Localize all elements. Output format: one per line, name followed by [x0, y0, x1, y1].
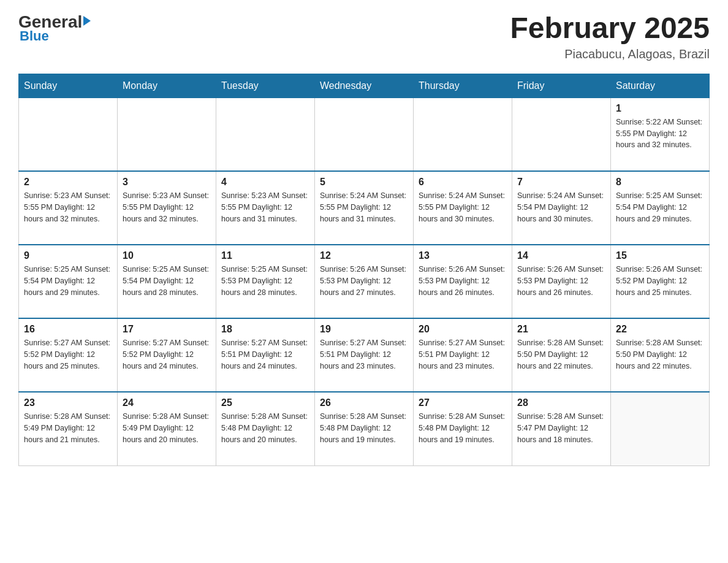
day-info: Sunrise: 5:27 AM Sunset: 5:51 PM Dayligh… [221, 337, 309, 372]
calendar-cell: 20Sunrise: 5:27 AM Sunset: 5:51 PM Dayli… [414, 318, 512, 392]
day-info: Sunrise: 5:28 AM Sunset: 5:48 PM Dayligh… [221, 411, 309, 445]
calendar-cell: 8Sunrise: 5:25 AM Sunset: 5:54 PM Daylig… [611, 171, 710, 245]
calendar-cell: 24Sunrise: 5:28 AM Sunset: 5:49 PM Dayli… [118, 392, 216, 465]
day-info: Sunrise: 5:27 AM Sunset: 5:51 PM Dayligh… [419, 337, 507, 372]
day-number: 14 [517, 250, 605, 261]
day-number: 26 [320, 397, 408, 408]
calendar-cell [118, 98, 216, 171]
calendar-cell: 2Sunrise: 5:23 AM Sunset: 5:55 PM Daylig… [19, 171, 118, 245]
calendar-cell: 13Sunrise: 5:26 AM Sunset: 5:53 PM Dayli… [414, 245, 512, 318]
day-number: 10 [123, 250, 211, 261]
calendar-cell: 17Sunrise: 5:27 AM Sunset: 5:52 PM Dayli… [118, 318, 216, 392]
day-number: 12 [320, 250, 408, 261]
calendar-cell: 22Sunrise: 5:28 AM Sunset: 5:50 PM Dayli… [611, 318, 710, 392]
day-info: Sunrise: 5:26 AM Sunset: 5:52 PM Dayligh… [616, 264, 704, 298]
day-number: 3 [123, 177, 211, 188]
col-sunday: Sunday [19, 74, 118, 98]
logo-blue: Blue [20, 28, 49, 44]
day-number: 28 [517, 397, 605, 408]
location-subtitle: Piacabucu, Alagoas, Brazil [510, 47, 710, 61]
day-info: Sunrise: 5:23 AM Sunset: 5:55 PM Dayligh… [123, 190, 211, 224]
col-monday: Monday [118, 74, 216, 98]
calendar-cell: 5Sunrise: 5:24 AM Sunset: 5:55 PM Daylig… [315, 171, 414, 245]
day-number: 24 [123, 397, 211, 408]
day-info: Sunrise: 5:23 AM Sunset: 5:55 PM Dayligh… [221, 190, 309, 224]
title-block: February 2025 Piacabucu, Alagoas, Brazil [510, 12, 710, 61]
day-number: 19 [320, 324, 408, 335]
day-number: 2 [24, 177, 112, 188]
day-number: 8 [616, 177, 704, 188]
day-info: Sunrise: 5:22 AM Sunset: 5:55 PM Dayligh… [616, 117, 704, 151]
col-saturday: Saturday [611, 74, 710, 98]
page-header: General Blue February 2025 Piacabucu, Al… [18, 12, 710, 61]
day-info: Sunrise: 5:28 AM Sunset: 5:50 PM Dayligh… [616, 337, 704, 372]
day-info: Sunrise: 5:27 AM Sunset: 5:51 PM Dayligh… [320, 337, 408, 372]
day-info: Sunrise: 5:28 AM Sunset: 5:50 PM Dayligh… [517, 337, 605, 372]
day-info: Sunrise: 5:25 AM Sunset: 5:54 PM Dayligh… [24, 264, 112, 298]
day-number: 20 [419, 324, 507, 335]
day-info: Sunrise: 5:28 AM Sunset: 5:49 PM Dayligh… [24, 411, 112, 445]
col-friday: Friday [512, 74, 611, 98]
calendar-cell: 16Sunrise: 5:27 AM Sunset: 5:52 PM Dayli… [19, 318, 118, 392]
logo-arrow-icon [83, 16, 91, 26]
calendar-cell: 14Sunrise: 5:26 AM Sunset: 5:53 PM Dayli… [512, 245, 611, 318]
day-info: Sunrise: 5:27 AM Sunset: 5:52 PM Dayligh… [123, 337, 211, 372]
calendar-cell: 27Sunrise: 5:28 AM Sunset: 5:48 PM Dayli… [414, 392, 512, 465]
day-info: Sunrise: 5:27 AM Sunset: 5:52 PM Dayligh… [24, 337, 112, 372]
day-info: Sunrise: 5:25 AM Sunset: 5:54 PM Dayligh… [616, 190, 704, 224]
day-number: 27 [419, 397, 507, 408]
calendar-cell [315, 98, 414, 171]
calendar-cell: 7Sunrise: 5:24 AM Sunset: 5:54 PM Daylig… [512, 171, 611, 245]
day-number: 7 [517, 177, 605, 188]
calendar-cell: 21Sunrise: 5:28 AM Sunset: 5:50 PM Dayli… [512, 318, 611, 392]
day-number: 5 [320, 177, 408, 188]
day-number: 18 [221, 324, 309, 335]
calendar-cell: 23Sunrise: 5:28 AM Sunset: 5:49 PM Dayli… [19, 392, 118, 465]
day-number: 25 [221, 397, 309, 408]
week-row-1: 1Sunrise: 5:22 AM Sunset: 5:55 PM Daylig… [19, 98, 710, 171]
day-number: 4 [221, 177, 309, 188]
day-info: Sunrise: 5:26 AM Sunset: 5:53 PM Dayligh… [517, 264, 605, 298]
day-info: Sunrise: 5:28 AM Sunset: 5:48 PM Dayligh… [419, 411, 507, 445]
calendar-cell: 26Sunrise: 5:28 AM Sunset: 5:48 PM Dayli… [315, 392, 414, 465]
day-info: Sunrise: 5:26 AM Sunset: 5:53 PM Dayligh… [419, 264, 507, 298]
calendar-cell: 11Sunrise: 5:25 AM Sunset: 5:53 PM Dayli… [216, 245, 315, 318]
day-info: Sunrise: 5:24 AM Sunset: 5:55 PM Dayligh… [419, 190, 507, 224]
calendar-cell: 28Sunrise: 5:28 AM Sunset: 5:47 PM Dayli… [512, 392, 611, 465]
day-number: 9 [24, 250, 112, 261]
calendar-cell [19, 98, 118, 171]
calendar-cell: 1Sunrise: 5:22 AM Sunset: 5:55 PM Daylig… [611, 98, 710, 171]
day-info: Sunrise: 5:26 AM Sunset: 5:53 PM Dayligh… [320, 264, 408, 298]
calendar-cell: 9Sunrise: 5:25 AM Sunset: 5:54 PM Daylig… [19, 245, 118, 318]
day-info: Sunrise: 5:25 AM Sunset: 5:54 PM Dayligh… [123, 264, 211, 298]
calendar-table: Sunday Monday Tuesday Wednesday Thursday… [18, 74, 710, 466]
week-row-4: 16Sunrise: 5:27 AM Sunset: 5:52 PM Dayli… [19, 318, 710, 392]
calendar-cell: 15Sunrise: 5:26 AM Sunset: 5:52 PM Dayli… [611, 245, 710, 318]
day-info: Sunrise: 5:28 AM Sunset: 5:49 PM Dayligh… [123, 411, 211, 445]
day-info: Sunrise: 5:24 AM Sunset: 5:54 PM Dayligh… [517, 190, 605, 224]
day-number: 15 [616, 250, 704, 261]
day-number: 1 [616, 103, 704, 114]
col-wednesday: Wednesday [315, 74, 414, 98]
weekday-header-row: Sunday Monday Tuesday Wednesday Thursday… [19, 74, 710, 98]
calendar-cell [611, 392, 710, 465]
day-number: 16 [24, 324, 112, 335]
day-number: 13 [419, 250, 507, 261]
day-info: Sunrise: 5:28 AM Sunset: 5:47 PM Dayligh… [517, 411, 605, 445]
calendar-cell: 4Sunrise: 5:23 AM Sunset: 5:55 PM Daylig… [216, 171, 315, 245]
logo: General Blue [18, 12, 91, 44]
day-number: 6 [419, 177, 507, 188]
week-row-2: 2Sunrise: 5:23 AM Sunset: 5:55 PM Daylig… [19, 171, 710, 245]
day-number: 11 [221, 250, 309, 261]
calendar-cell [414, 98, 512, 171]
day-number: 17 [123, 324, 211, 335]
calendar-cell [216, 98, 315, 171]
calendar-cell: 25Sunrise: 5:28 AM Sunset: 5:48 PM Dayli… [216, 392, 315, 465]
day-info: Sunrise: 5:23 AM Sunset: 5:55 PM Dayligh… [24, 190, 112, 224]
col-tuesday: Tuesday [216, 74, 315, 98]
calendar-cell: 18Sunrise: 5:27 AM Sunset: 5:51 PM Dayli… [216, 318, 315, 392]
calendar-cell: 12Sunrise: 5:26 AM Sunset: 5:53 PM Dayli… [315, 245, 414, 318]
week-row-3: 9Sunrise: 5:25 AM Sunset: 5:54 PM Daylig… [19, 245, 710, 318]
month-title: February 2025 [510, 12, 710, 45]
day-number: 22 [616, 324, 704, 335]
